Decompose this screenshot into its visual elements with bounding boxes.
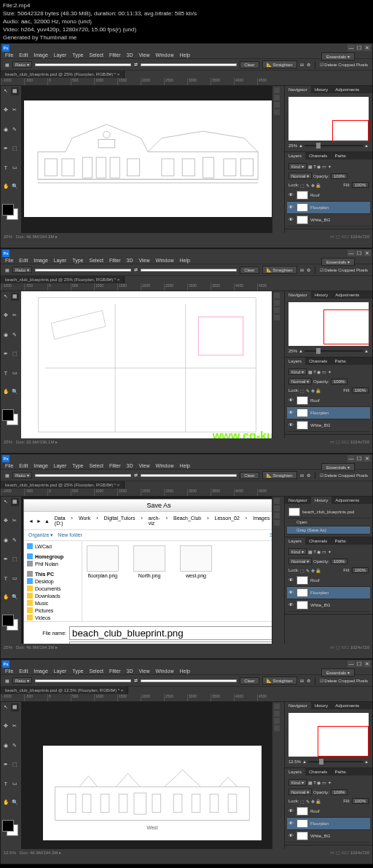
- minimize-button[interactable]: —: [348, 660, 355, 667]
- maximize-button[interactable]: ☐: [356, 455, 363, 462]
- blend-mode[interactable]: Normal ▾: [288, 558, 312, 564]
- kind-filter[interactable]: Kind ▾: [288, 163, 307, 170]
- ratio-h[interactable]: [141, 269, 237, 272]
- visibility-icon[interactable]: 👁: [288, 833, 294, 839]
- tool-0[interactable]: ↖: [2, 703, 10, 711]
- clear-button[interactable]: Clear: [240, 61, 259, 68]
- tool-1[interactable]: ▦: [11, 703, 19, 711]
- tool-1[interactable]: ▦: [11, 293, 19, 301]
- gear-icon[interactable]: ⚙: [307, 267, 310, 272]
- tool-8[interactable]: T: [2, 575, 10, 583]
- canvas-area[interactable]: [21, 86, 272, 233]
- nav-up-icon[interactable]: ▲: [44, 518, 50, 524]
- tool-8[interactable]: T: [2, 780, 10, 788]
- menu-edit[interactable]: Edit: [19, 668, 28, 674]
- straighten-button[interactable]: 📐 Straighten: [262, 676, 297, 684]
- document-tab[interactable]: beach_club_blueprints.psd @ 12.5% (Floor…: [1, 687, 128, 694]
- menu-filter[interactable]: Filter: [109, 668, 121, 674]
- tab-adjustments[interactable]: Adjustments: [331, 86, 363, 93]
- ratio-dropdown[interactable]: Ratio ▾: [12, 61, 32, 68]
- gear-icon[interactable]: ⚙: [307, 473, 310, 478]
- tool-3[interactable]: ✂: [11, 722, 19, 730]
- visibility-icon[interactable]: 👁: [288, 217, 294, 223]
- menu-help[interactable]: Help: [179, 668, 189, 674]
- menu-window[interactable]: Window: [156, 258, 174, 263]
- tool-6[interactable]: ✒: [2, 760, 10, 768]
- menu-image[interactable]: Image: [34, 463, 47, 468]
- minimize-button[interactable]: —: [348, 44, 355, 51]
- savetype-dropdown[interactable]: PNG (*.PNG;*.PNG) ▾: [69, 642, 272, 644]
- menu-edit[interactable]: Edit: [19, 52, 28, 58]
- menu-view[interactable]: View: [139, 258, 150, 263]
- navigator-thumbnail[interactable]: [288, 302, 369, 346]
- maximize-button[interactable]: ☐: [356, 250, 363, 256]
- history-step[interactable]: Grey (Save As): [287, 526, 370, 534]
- opacity-value[interactable]: 100%: [331, 379, 348, 384]
- crop-icon[interactable]: ▦: [5, 62, 9, 67]
- fill-value[interactable]: 100%: [352, 387, 369, 393]
- tool-4[interactable]: ◉: [2, 741, 10, 749]
- tab-history[interactable]: History: [311, 702, 332, 709]
- kind-filter[interactable]: Kind ▾: [288, 548, 307, 555]
- zoom-readout[interactable]: 25%: [4, 234, 12, 239]
- tool-11[interactable]: 🔍: [11, 799, 19, 807]
- menu-select[interactable]: Select: [90, 258, 103, 263]
- clear-button[interactable]: Clear: [240, 677, 259, 684]
- tool-9[interactable]: ▭: [11, 369, 19, 377]
- menu-file[interactable]: File: [5, 52, 13, 58]
- menu-view[interactable]: View: [139, 52, 150, 58]
- document-tab[interactable]: beach_club_blueprints.psd @ 25% (Floorpl…: [1, 276, 125, 283]
- tool-11[interactable]: 🔍: [11, 183, 19, 191]
- grid-icon[interactable]: ⊞: [300, 678, 304, 683]
- opacity-value[interactable]: 100%: [331, 789, 348, 795]
- zoom-out-icon[interactable]: ▲: [302, 760, 307, 764]
- tool-10[interactable]: ✋: [2, 799, 10, 807]
- breadcrumb-seg[interactable]: Beach_Club: [171, 515, 203, 526]
- tool-3[interactable]: ✂: [11, 106, 19, 114]
- layer-row[interactable]: 👁White_BG: [287, 599, 370, 612]
- blend-mode[interactable]: Normal ▾: [288, 173, 312, 179]
- menu-type[interactable]: Type: [72, 52, 83, 58]
- tool-9[interactable]: ▭: [11, 575, 19, 583]
- tool-4[interactable]: ◉: [2, 125, 10, 133]
- layer-row[interactable]: 👁Roof: [287, 395, 370, 407]
- breadcrumb-seg[interactable]: Data (D:): [52, 515, 68, 526]
- tab-adjustments[interactable]: Adjustments: [331, 291, 363, 299]
- breadcrumb-seg[interactable]: Work: [76, 515, 93, 526]
- ratio-h[interactable]: [141, 679, 237, 682]
- tool-6[interactable]: ✒: [2, 555, 10, 563]
- menu-select[interactable]: Select: [90, 52, 103, 58]
- tab-navigator[interactable]: Navigator: [285, 702, 311, 709]
- menu-help[interactable]: Help: [179, 463, 189, 468]
- tool-5[interactable]: ✎: [11, 741, 19, 749]
- menu-file[interactable]: File: [5, 463, 13, 468]
- history-src[interactable]: beach_club_blueprints.psd: [287, 506, 370, 518]
- zoom-out-icon[interactable]: ▲: [299, 349, 303, 353]
- delete-cropped-check[interactable]: ☑ Delete Cropped Pixels: [320, 473, 368, 478]
- breadcrumb-seg[interactable]: arch-viz: [146, 515, 162, 526]
- close-button[interactable]: ✕: [364, 44, 371, 51]
- clear-button[interactable]: Clear: [240, 472, 259, 479]
- tool-6[interactable]: ✒: [2, 144, 10, 152]
- clear-button[interactable]: Clear: [240, 267, 259, 274]
- sidebar-item[interactable]: Homegroup: [25, 553, 80, 560]
- tool-7[interactable]: ⬚: [11, 350, 19, 358]
- menu-file[interactable]: File: [5, 258, 13, 263]
- crop-icon[interactable]: ▦: [5, 678, 9, 683]
- menu-3d[interactable]: 3D: [127, 463, 133, 468]
- crop-icon[interactable]: ▦: [5, 267, 9, 272]
- menu-help[interactable]: Help: [179, 52, 189, 58]
- tab-paths[interactable]: Paths: [331, 537, 349, 545]
- nav-fwd-icon[interactable]: ►: [36, 518, 42, 524]
- canvas-area[interactable]: www.cg-ku.com: [21, 291, 272, 438]
- tool-7[interactable]: ⬚: [11, 760, 19, 768]
- gear-icon[interactable]: ⚙: [307, 678, 310, 683]
- kind-filter[interactable]: Kind ▾: [288, 779, 307, 786]
- close-button[interactable]: ✕: [364, 455, 371, 462]
- tool-8[interactable]: T: [2, 369, 10, 377]
- tool-10[interactable]: ✋: [2, 183, 10, 191]
- ratio-h[interactable]: [141, 63, 237, 66]
- tool-3[interactable]: ✂: [11, 312, 19, 320]
- color-swatches[interactable]: [2, 409, 18, 425]
- zoom-slider[interactable]: [305, 145, 363, 146]
